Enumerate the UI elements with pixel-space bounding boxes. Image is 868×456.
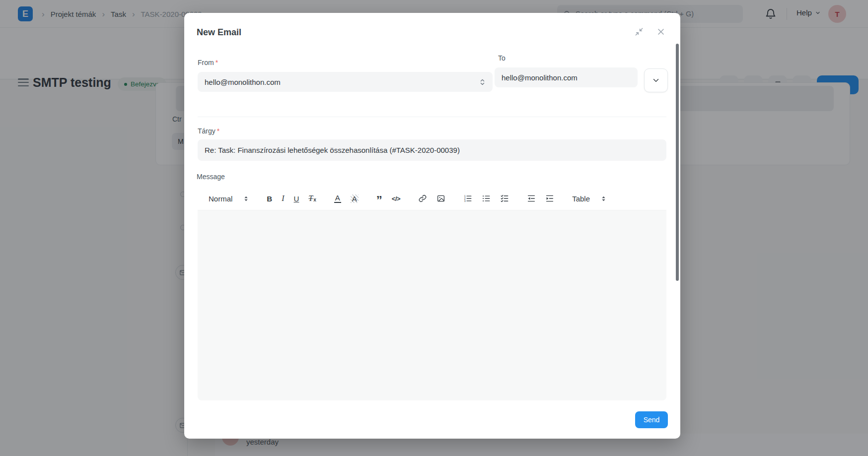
modal-divider [198, 117, 666, 117]
from-label-text: From [198, 59, 214, 66]
from-value: hello@monolithon.com [205, 78, 281, 86]
italic-button[interactable]: I [282, 195, 284, 202]
send-button[interactable]: Send [635, 411, 668, 428]
outdent-icon [527, 194, 536, 203]
paragraph-style-value: Normal [209, 195, 232, 202]
blockquote-button[interactable]: ” [376, 195, 382, 206]
required-asterisk: * [216, 59, 218, 66]
paragraph-style-select[interactable]: Normal [209, 195, 249, 202]
subject-label: Tárgy* [198, 127, 219, 135]
indent-button[interactable] [545, 194, 554, 203]
check-list-icon [500, 194, 509, 203]
modal-scrollbar[interactable] [676, 44, 679, 281]
insert-link-button[interactable] [418, 194, 427, 203]
ordered-list-icon: 1 2 3 [463, 194, 472, 203]
table-menu[interactable]: Table [572, 195, 606, 202]
code-block-button[interactable]: </> [392, 195, 400, 202]
underline-button[interactable]: U [294, 195, 299, 202]
required-asterisk: * [217, 127, 219, 135]
select-caret-icon [243, 195, 249, 202]
to-label: To [498, 54, 506, 62]
table-menu-label: Table [572, 195, 590, 202]
from-select[interactable]: hello@monolithon.com [198, 72, 493, 92]
outdent-button[interactable] [527, 194, 536, 203]
to-input[interactable] [495, 67, 638, 87]
message-label: Message [197, 173, 225, 181]
bullet-list-icon [482, 194, 491, 203]
link-icon [418, 194, 427, 203]
select-caret-icon [601, 195, 606, 202]
subject-label-text: Tárgy [198, 127, 216, 135]
message-editor-area[interactable] [198, 210, 666, 400]
clear-format-sub: x [313, 197, 316, 202]
bold-button[interactable]: B [267, 195, 272, 202]
svg-text:3: 3 [464, 199, 466, 202]
collapse-modal-icon[interactable] [634, 27, 644, 37]
indent-icon [545, 194, 554, 203]
toggle-cc-bcc-button[interactable] [644, 68, 668, 92]
clear-format-button[interactable]: Tx [308, 195, 316, 202]
bullet-list-button[interactable] [482, 194, 491, 203]
ordered-list-button[interactable]: 1 2 3 [463, 194, 472, 203]
subject-input[interactable] [198, 139, 666, 161]
modal-title: New Email [197, 27, 241, 38]
text-color-button[interactable]: A [334, 194, 341, 203]
check-list-button[interactable] [500, 194, 509, 203]
select-caret-icon [479, 78, 486, 86]
insert-image-button[interactable] [436, 194, 445, 203]
image-icon [436, 194, 445, 203]
highlight-color-button[interactable]: A [351, 195, 359, 203]
chevron-down-icon [651, 76, 660, 85]
clear-format-letter: T [308, 195, 313, 202]
from-label: From* [198, 59, 218, 66]
new-email-modal: New Email From* hello@monolithon.com To … [184, 13, 680, 439]
close-modal-icon[interactable] [656, 27, 666, 37]
rich-text-toolbar: Normal B I U Tx A A ” </> [198, 187, 666, 210]
